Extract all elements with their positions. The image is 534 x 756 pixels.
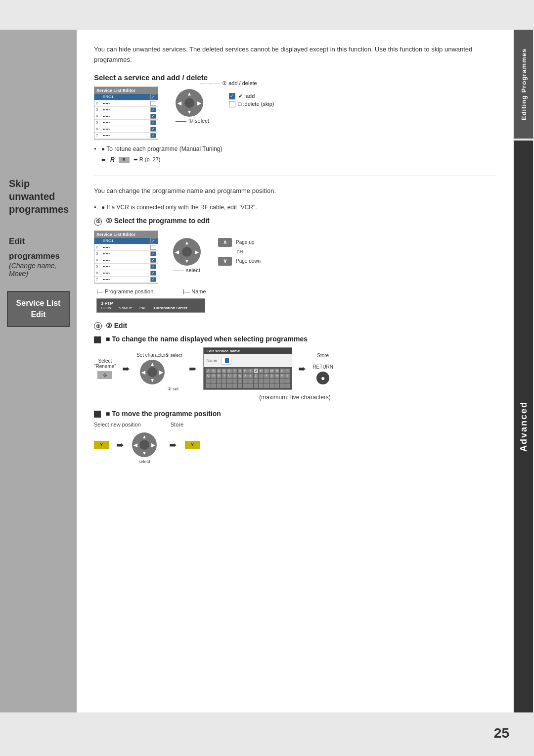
store-step: Store RETURN ● [312, 353, 333, 384]
page-down-row: ∨ Page down [218, 257, 261, 266]
page-number: 25 [494, 725, 509, 741]
edit-section-sidebar: Edit programmes (Change name, Move) [0, 225, 77, 285]
sle-check-3: ✓ [150, 107, 156, 112]
edit-section-main: ② ② Edit ■ To change the name displayed … [94, 322, 496, 457]
d-pad-3: ▲ ▼ ◀ ▶ [140, 360, 165, 384]
sle-check-2 [150, 101, 156, 106]
prog-info-section: |— Programme position |— Name 3 FTP CH05… [96, 288, 496, 313]
advanced-tab: Advanced [514, 141, 533, 712]
return-button: ● [316, 372, 329, 384]
left-sidebar: Skip unwanted programmes Edit programmes… [0, 30, 77, 712]
ch-label: CH [219, 249, 261, 254]
esn-title: Edit service name [204, 348, 292, 354]
g-button: G [97, 371, 112, 379]
skip-sub2: programmes [9, 203, 68, 216]
sle2-row-2: 2 ••••• [94, 244, 158, 251]
sle-row-6: 6 ••••• ✓ [94, 126, 158, 133]
sle-check-1: ✓ [150, 94, 156, 99]
select-label-1: ① select [188, 118, 209, 124]
d-pad-center-4 [139, 440, 149, 450]
sle-title-2: Service List Editor [94, 231, 158, 238]
add-legend: ✓ ✔ :add [229, 93, 274, 99]
sle2-row-3: 3 ••••• ✓ [94, 251, 158, 257]
edit-intro: You can change the programme name and pr… [94, 186, 496, 196]
dpad-section-1: — — — ② add / delete ▲ ▼ ◀ ▶ —— ① select [176, 89, 209, 124]
second-section: You can change the programme name and pr… [94, 186, 496, 457]
set-chars-step: Set characters ▲ ▼ ◀ ▶ ① select [136, 352, 168, 384]
move-select-label: select [138, 459, 150, 464]
circle-2: ② [94, 322, 102, 330]
d-pad-center-1 [184, 98, 194, 108]
prog-num: 3 FTP [101, 301, 113, 306]
edit-subtitle: programmes [9, 251, 68, 262]
flow-arrow-1: ➨ [122, 363, 131, 375]
sle2-row-5: 5 ••••• ✓ [94, 264, 158, 270]
black-square-2 [94, 411, 101, 418]
prog-info-row: CH05 5.5MHz PAL Coronation Street [101, 306, 201, 310]
esn-cursor [225, 358, 229, 363]
top-section: You can hide unwanted services. The dele… [94, 45, 496, 163]
key-row-2: Q R S T U V W X Y Z 4 [206, 374, 290, 378]
sle-widget-2: Service List Editor 1 SRC1 ✓ 2 ••••• 3 •… [94, 231, 158, 284]
prog-labels: |— Programme position |— Name [96, 288, 496, 294]
select-circle-label: ① select [165, 353, 182, 358]
prog-info-bar: 3 FTP CH05 5.5MHz PAL Coronation Street [96, 298, 205, 313]
empty-box [229, 101, 235, 107]
right-sidebar: Editing Programmes Advanced [513, 30, 534, 712]
circle-1: ① [94, 218, 102, 226]
sle-row-3: 3 ••••• ✓ [94, 107, 158, 113]
flow-arrow-2: ➨ [189, 363, 197, 375]
step2-heading: ② ② Edit [94, 322, 496, 331]
d-pad-4: ▲ ▼ ◀ ▶ [132, 432, 157, 457]
y-button-2: Y [185, 441, 200, 449]
key-row-1: A B C D E F G H I J K L [206, 369, 290, 373]
ch-down-btn: ∨ [218, 257, 232, 266]
d-pad-2: ▲ ▼ ◀ ▶ [173, 238, 201, 266]
d-pad-center-3 [147, 367, 157, 377]
new-position-label: Select new position [94, 422, 141, 427]
d-pad-center-2 [182, 247, 192, 257]
step1-heading: ① ① Select the programme to edit [94, 217, 496, 226]
sle-check-4: ✓ [150, 114, 156, 119]
select-rename-label: Select "Rename" [94, 358, 116, 369]
move-section: ■ To move the programme position Select … [94, 410, 496, 457]
sle2-row-7: 7 ••••• ✓ [94, 277, 158, 283]
page-up-row: ∧ Page up [218, 238, 261, 247]
page-down-label: Page down [236, 258, 261, 264]
service-list-editor-mockup: Service List Editor 1 SRC1 ✓ 2 ••••• 3 •… [94, 87, 158, 140]
r-button: R [119, 157, 130, 163]
skip-title: Skip [9, 177, 68, 190]
check-icon: ✓ [229, 93, 235, 99]
move-arrow-2: ➨ [169, 439, 178, 451]
dpad-move: ▲ ▼ ◀ ▶ select [132, 432, 157, 457]
y-btn-start: Y [94, 441, 109, 449]
move-heading: ■ To move the programme position [94, 410, 496, 418]
add-delete-label: ② add / delete [222, 80, 257, 87]
esn-name-label: Name [206, 358, 217, 363]
prog-name: Coronation Street [154, 306, 188, 310]
sle-check-5: ✓ [150, 120, 156, 125]
page-up-label: Page up [236, 239, 254, 245]
sle-title: Service List Editor [94, 87, 158, 94]
y-btn-end: Y [185, 441, 200, 449]
move-labels: Select new position Store [94, 422, 496, 427]
sle-row-2: 2 ••••• [94, 100, 158, 107]
sle2-row-1: 1 SRC1 ✓ [94, 238, 158, 244]
name-label: Name [191, 288, 206, 294]
edit-detail: (Change name, Move) [9, 262, 68, 278]
sle-row-1: 1 SRC1 ✓ [94, 94, 158, 100]
legend-section: ✓ ✔ :add □ :delete (skip) [229, 92, 274, 109]
prog-freq: 5.5MHz [118, 306, 132, 310]
edit-title: Edit [9, 236, 68, 247]
divider-1 [94, 176, 496, 176]
rename-flow: Select "Rename" G ➨ Set characters [94, 347, 496, 390]
dpad-rename: ▲ ▼ ◀ ▶ ① select ② set [140, 360, 165, 384]
prog-standard: PAL [139, 306, 147, 310]
flow-arrow-3: ➨ [298, 363, 307, 375]
change-name-heading: ■ To change the name displayed when sele… [94, 335, 496, 343]
black-square-1 [94, 336, 101, 343]
move-store-label: Store [171, 422, 183, 427]
esn-name-row: Name [204, 354, 292, 367]
retune-note: ● To retune each programme (Manual Tunin… [94, 145, 496, 152]
store-label-top: Store [317, 353, 329, 358]
